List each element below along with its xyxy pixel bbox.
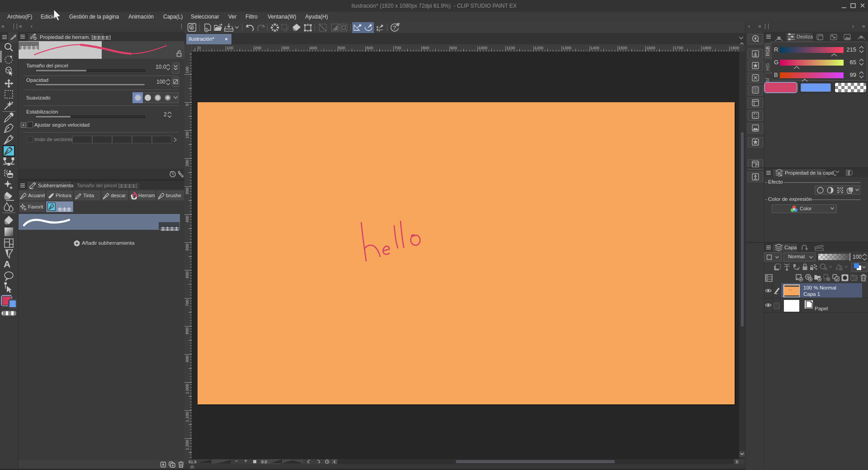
svg-text:?: ? [393,24,396,31]
